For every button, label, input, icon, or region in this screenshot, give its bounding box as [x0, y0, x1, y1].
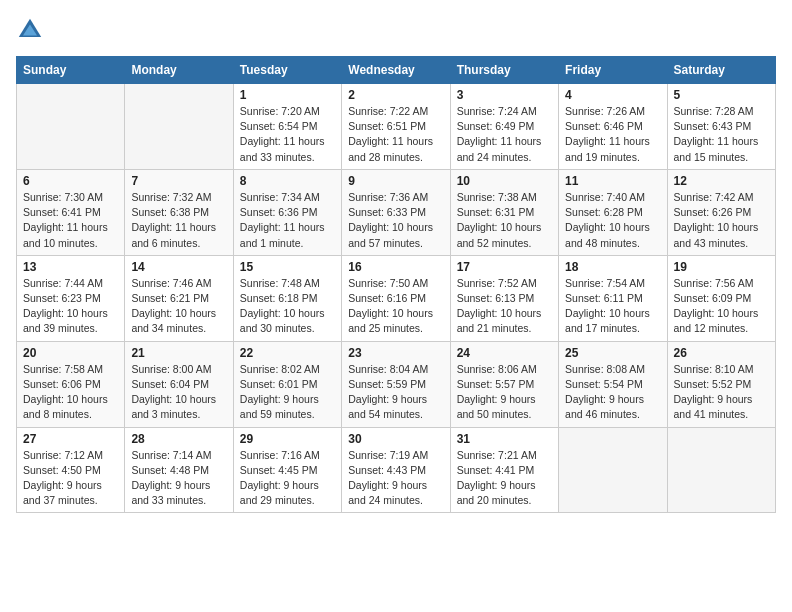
day-info: Sunrise: 7:52 AMSunset: 6:13 PMDaylight:… — [457, 276, 552, 337]
day-info: Sunrise: 8:10 AMSunset: 5:52 PMDaylight:… — [674, 362, 769, 423]
day-cell: 11Sunrise: 7:40 AMSunset: 6:28 PMDayligh… — [559, 169, 667, 255]
day-info: Sunrise: 7:32 AMSunset: 6:38 PMDaylight:… — [131, 190, 226, 251]
day-number: 11 — [565, 174, 660, 188]
day-info: Sunrise: 7:48 AMSunset: 6:18 PMDaylight:… — [240, 276, 335, 337]
day-info: Sunrise: 7:42 AMSunset: 6:26 PMDaylight:… — [674, 190, 769, 251]
calendar-body: 1Sunrise: 7:20 AMSunset: 6:54 PMDaylight… — [17, 84, 776, 513]
day-number: 22 — [240, 346, 335, 360]
day-info: Sunrise: 7:12 AMSunset: 4:50 PMDaylight:… — [23, 448, 118, 509]
col-header-friday: Friday — [559, 57, 667, 84]
week-row-5: 27Sunrise: 7:12 AMSunset: 4:50 PMDayligh… — [17, 427, 776, 513]
day-cell: 21Sunrise: 8:00 AMSunset: 6:04 PMDayligh… — [125, 341, 233, 427]
day-info: Sunrise: 7:46 AMSunset: 6:21 PMDaylight:… — [131, 276, 226, 337]
week-row-1: 1Sunrise: 7:20 AMSunset: 6:54 PMDaylight… — [17, 84, 776, 170]
day-cell: 27Sunrise: 7:12 AMSunset: 4:50 PMDayligh… — [17, 427, 125, 513]
day-cell: 13Sunrise: 7:44 AMSunset: 6:23 PMDayligh… — [17, 255, 125, 341]
day-info: Sunrise: 7:26 AMSunset: 6:46 PMDaylight:… — [565, 104, 660, 165]
week-row-4: 20Sunrise: 7:58 AMSunset: 6:06 PMDayligh… — [17, 341, 776, 427]
day-cell: 15Sunrise: 7:48 AMSunset: 6:18 PMDayligh… — [233, 255, 341, 341]
day-info: Sunrise: 7:44 AMSunset: 6:23 PMDaylight:… — [23, 276, 118, 337]
day-info: Sunrise: 7:34 AMSunset: 6:36 PMDaylight:… — [240, 190, 335, 251]
day-number: 17 — [457, 260, 552, 274]
day-number: 19 — [674, 260, 769, 274]
day-number: 25 — [565, 346, 660, 360]
day-number: 10 — [457, 174, 552, 188]
col-header-wednesday: Wednesday — [342, 57, 450, 84]
day-info: Sunrise: 7:36 AMSunset: 6:33 PMDaylight:… — [348, 190, 443, 251]
day-cell: 3Sunrise: 7:24 AMSunset: 6:49 PMDaylight… — [450, 84, 558, 170]
col-header-saturday: Saturday — [667, 57, 775, 84]
day-cell: 29Sunrise: 7:16 AMSunset: 4:45 PMDayligh… — [233, 427, 341, 513]
day-info: Sunrise: 7:30 AMSunset: 6:41 PMDaylight:… — [23, 190, 118, 251]
logo — [16, 16, 48, 44]
day-cell: 28Sunrise: 7:14 AMSunset: 4:48 PMDayligh… — [125, 427, 233, 513]
day-cell: 9Sunrise: 7:36 AMSunset: 6:33 PMDaylight… — [342, 169, 450, 255]
day-cell — [125, 84, 233, 170]
day-number: 3 — [457, 88, 552, 102]
day-info: Sunrise: 7:14 AMSunset: 4:48 PMDaylight:… — [131, 448, 226, 509]
day-number: 9 — [348, 174, 443, 188]
day-cell: 4Sunrise: 7:26 AMSunset: 6:46 PMDaylight… — [559, 84, 667, 170]
day-info: Sunrise: 7:56 AMSunset: 6:09 PMDaylight:… — [674, 276, 769, 337]
day-info: Sunrise: 7:22 AMSunset: 6:51 PMDaylight:… — [348, 104, 443, 165]
day-number: 27 — [23, 432, 118, 446]
day-cell: 20Sunrise: 7:58 AMSunset: 6:06 PMDayligh… — [17, 341, 125, 427]
day-cell: 25Sunrise: 8:08 AMSunset: 5:54 PMDayligh… — [559, 341, 667, 427]
day-number: 7 — [131, 174, 226, 188]
day-number: 28 — [131, 432, 226, 446]
day-number: 1 — [240, 88, 335, 102]
day-info: Sunrise: 7:38 AMSunset: 6:31 PMDaylight:… — [457, 190, 552, 251]
header — [16, 16, 776, 44]
day-number: 29 — [240, 432, 335, 446]
col-header-sunday: Sunday — [17, 57, 125, 84]
day-info: Sunrise: 8:06 AMSunset: 5:57 PMDaylight:… — [457, 362, 552, 423]
day-number: 18 — [565, 260, 660, 274]
day-cell: 1Sunrise: 7:20 AMSunset: 6:54 PMDaylight… — [233, 84, 341, 170]
day-info: Sunrise: 7:24 AMSunset: 6:49 PMDaylight:… — [457, 104, 552, 165]
day-cell: 24Sunrise: 8:06 AMSunset: 5:57 PMDayligh… — [450, 341, 558, 427]
day-cell — [559, 427, 667, 513]
day-info: Sunrise: 7:40 AMSunset: 6:28 PMDaylight:… — [565, 190, 660, 251]
day-info: Sunrise: 7:28 AMSunset: 6:43 PMDaylight:… — [674, 104, 769, 165]
day-cell: 23Sunrise: 8:04 AMSunset: 5:59 PMDayligh… — [342, 341, 450, 427]
day-cell: 7Sunrise: 7:32 AMSunset: 6:38 PMDaylight… — [125, 169, 233, 255]
day-number: 30 — [348, 432, 443, 446]
day-cell: 22Sunrise: 8:02 AMSunset: 6:01 PMDayligh… — [233, 341, 341, 427]
day-info: Sunrise: 8:00 AMSunset: 6:04 PMDaylight:… — [131, 362, 226, 423]
day-cell: 8Sunrise: 7:34 AMSunset: 6:36 PMDaylight… — [233, 169, 341, 255]
day-cell: 26Sunrise: 8:10 AMSunset: 5:52 PMDayligh… — [667, 341, 775, 427]
week-row-2: 6Sunrise: 7:30 AMSunset: 6:41 PMDaylight… — [17, 169, 776, 255]
day-number: 12 — [674, 174, 769, 188]
day-info: Sunrise: 7:21 AMSunset: 4:41 PMDaylight:… — [457, 448, 552, 509]
day-number: 21 — [131, 346, 226, 360]
col-header-monday: Monday — [125, 57, 233, 84]
day-cell: 31Sunrise: 7:21 AMSunset: 4:41 PMDayligh… — [450, 427, 558, 513]
day-number: 20 — [23, 346, 118, 360]
day-info: Sunrise: 7:54 AMSunset: 6:11 PMDaylight:… — [565, 276, 660, 337]
day-info: Sunrise: 8:02 AMSunset: 6:01 PMDaylight:… — [240, 362, 335, 423]
day-cell: 30Sunrise: 7:19 AMSunset: 4:43 PMDayligh… — [342, 427, 450, 513]
day-number: 2 — [348, 88, 443, 102]
col-header-tuesday: Tuesday — [233, 57, 341, 84]
day-cell — [667, 427, 775, 513]
day-cell: 5Sunrise: 7:28 AMSunset: 6:43 PMDaylight… — [667, 84, 775, 170]
day-cell: 10Sunrise: 7:38 AMSunset: 6:31 PMDayligh… — [450, 169, 558, 255]
day-cell — [17, 84, 125, 170]
day-cell: 17Sunrise: 7:52 AMSunset: 6:13 PMDayligh… — [450, 255, 558, 341]
day-number: 15 — [240, 260, 335, 274]
day-number: 13 — [23, 260, 118, 274]
header-row: SundayMondayTuesdayWednesdayThursdayFrid… — [17, 57, 776, 84]
day-cell: 2Sunrise: 7:22 AMSunset: 6:51 PMDaylight… — [342, 84, 450, 170]
day-cell: 6Sunrise: 7:30 AMSunset: 6:41 PMDaylight… — [17, 169, 125, 255]
day-cell: 14Sunrise: 7:46 AMSunset: 6:21 PMDayligh… — [125, 255, 233, 341]
day-cell: 18Sunrise: 7:54 AMSunset: 6:11 PMDayligh… — [559, 255, 667, 341]
day-number: 6 — [23, 174, 118, 188]
day-info: Sunrise: 7:16 AMSunset: 4:45 PMDaylight:… — [240, 448, 335, 509]
day-number: 5 — [674, 88, 769, 102]
day-cell: 12Sunrise: 7:42 AMSunset: 6:26 PMDayligh… — [667, 169, 775, 255]
day-number: 4 — [565, 88, 660, 102]
day-cell: 16Sunrise: 7:50 AMSunset: 6:16 PMDayligh… — [342, 255, 450, 341]
logo-icon — [16, 16, 44, 44]
day-info: Sunrise: 7:20 AMSunset: 6:54 PMDaylight:… — [240, 104, 335, 165]
week-row-3: 13Sunrise: 7:44 AMSunset: 6:23 PMDayligh… — [17, 255, 776, 341]
